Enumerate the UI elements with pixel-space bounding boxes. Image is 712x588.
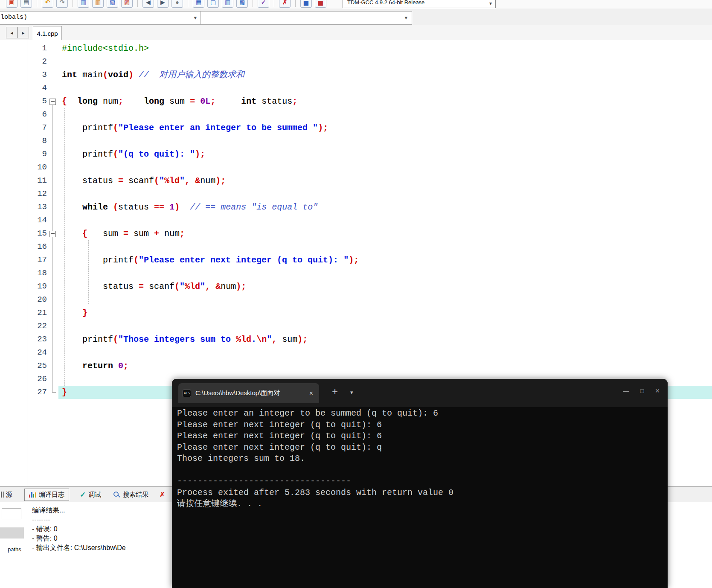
code-line[interactable]: #include<stdio.h>: [62, 42, 712, 55]
code-line[interactable]: [62, 108, 712, 121]
minimize-icon[interactable]: —: [623, 387, 629, 394]
syntax-check-icon[interactable]: [258, 0, 269, 8]
code-line[interactable]: [62, 187, 712, 201]
line-number: 12: [30, 187, 47, 201]
code-line[interactable]: [62, 293, 712, 306]
code-line[interactable]: { sum = sum + num;: [62, 227, 712, 240]
back-icon[interactable]: [142, 0, 154, 8]
undo-icon[interactable]: [42, 0, 53, 8]
maximize-icon[interactable]: □: [640, 387, 644, 394]
console-output[interactable]: Please enter an integer to be summed (q …: [177, 408, 666, 588]
line-number: 23: [30, 333, 47, 346]
line-number: 11: [30, 174, 47, 187]
abort-compile-icon[interactable]: [279, 0, 291, 8]
code-line[interactable]: printf("Please enter an integer to be su…: [62, 121, 712, 134]
code-lines[interactable]: #include<stdio.h>int main(void) // 对用户输入…: [62, 42, 712, 399]
line-number: 27: [30, 386, 47, 399]
window-controls: — □ ✕: [623, 387, 660, 394]
code-line[interactable]: while (status == 1) // == means "is equa…: [62, 201, 712, 214]
code-line[interactable]: return 0;: [62, 359, 712, 373]
code-line[interactable]: [62, 82, 712, 95]
profile-delete-icon[interactable]: [315, 0, 326, 8]
code-line[interactable]: }: [62, 306, 712, 320]
console-titlebar[interactable]: C:\Users\hbw\Desktop\面向对 × + ▾ — □ ✕: [172, 379, 668, 407]
line-number: 1: [30, 42, 47, 55]
close-icon[interactable]: ✕: [655, 387, 660, 394]
code-line[interactable]: [62, 240, 712, 253]
code-line[interactable]: [62, 161, 712, 174]
compiler-profile-select[interactable]: TDM-GCC 4.9.2 64-bit Release ▾: [343, 0, 496, 8]
code-line[interactable]: printf("Those integers sum to %ld.\n", s…: [62, 333, 712, 346]
print-icon[interactable]: [20, 0, 32, 8]
new-tab-icon[interactable]: +: [332, 387, 338, 397]
ide-window: TDM-GCC 4.9.2 64-bit Release ▾ lobals) ▾…: [0, 0, 712, 588]
tab-debug[interactable]: 调试: [75, 489, 106, 501]
side-gray-button[interactable]: [0, 527, 24, 539]
open-icon[interactable]: [6, 0, 17, 8]
chevron-down-icon[interactable]: ▾: [489, 0, 492, 6]
compile-icon[interactable]: [193, 0, 204, 8]
record-icon[interactable]: [171, 0, 183, 8]
tab-resources-label: 源: [6, 491, 12, 499]
code-line[interactable]: status = scanf("%ld", &num);: [62, 280, 712, 293]
redo-icon[interactable]: [56, 0, 68, 8]
code-line[interactable]: [62, 267, 712, 280]
compile-log-icon: [29, 492, 36, 498]
fold-line: [52, 104, 52, 392]
code-line[interactable]: [62, 134, 712, 148]
line-number: 18: [30, 267, 47, 280]
console-window[interactable]: C:\Users\hbw\Desktop\面向对 × + ▾ — □ ✕ Ple…: [172, 379, 668, 588]
console-line: Please enter an integer to be summed (q …: [177, 408, 666, 419]
member-combobox[interactable]: ▾: [201, 11, 412, 25]
fold-toggle-line15[interactable]: [49, 231, 56, 237]
code-line[interactable]: int main(void) // 对用户输入的整数求和: [62, 68, 712, 82]
forward-icon[interactable]: [157, 0, 169, 8]
toolbar-separator: [73, 0, 73, 7]
bookmarks-icon[interactable]: [121, 0, 133, 8]
tab-scroll-right-icon[interactable]: ▸: [17, 27, 29, 38]
find-icon[interactable]: [78, 0, 89, 8]
scope-combobox-value: lobals): [0, 14, 27, 21]
console-line: Those integers sum to 18.: [177, 453, 666, 465]
code-line[interactable]: printf("(q to quit): ");: [62, 148, 712, 161]
line-number: 17: [30, 253, 47, 267]
code-line[interactable]: [62, 346, 712, 359]
toolbar-separator: [274, 0, 274, 7]
console-line: Please enter next integer (q to quit): q: [177, 442, 666, 454]
tab-scroll-left-icon[interactable]: ◂: [6, 27, 17, 38]
tab-resources-partial[interactable]: 源: [1, 491, 12, 499]
fold-end-tick: [52, 392, 56, 393]
line-number: 21: [30, 306, 47, 320]
scope-combobox[interactable]: lobals) ▾: [0, 11, 201, 25]
replace-icon[interactable]: [92, 0, 104, 8]
profile-icon[interactable]: [300, 0, 312, 8]
code-line[interactable]: [62, 320, 712, 333]
line-number: 22: [30, 320, 47, 333]
project-browser-panel[interactable]: [0, 40, 27, 486]
line-number: 13: [30, 201, 47, 214]
tab-compile-log[interactable]: 编译日志: [24, 489, 69, 501]
code-line[interactable]: printf("Please enter next integer (q to …: [62, 253, 712, 267]
gutter-numbers: 1234567891011121314151617181920212223242…: [30, 42, 47, 399]
tab-dropdown-chevron-icon[interactable]: ▾: [350, 389, 353, 396]
line-number: 15: [30, 227, 47, 240]
code-line[interactable]: [62, 55, 712, 68]
console-tab-close-icon[interactable]: ×: [308, 390, 315, 397]
compile-run-icon[interactable]: [222, 0, 233, 8]
run-icon[interactable]: [207, 0, 219, 8]
fold-toggle-line5[interactable]: [49, 99, 56, 105]
line-number: 25: [30, 359, 47, 373]
code-line[interactable]: { long num; long sum = 0L; int status;: [62, 95, 712, 108]
tab-search-results[interactable]: 搜索结果: [108, 489, 153, 501]
code-line[interactable]: status = scanf("%ld", &num);: [62, 174, 712, 187]
goto-icon[interactable]: [107, 0, 118, 8]
code-line[interactable]: [62, 214, 712, 227]
chevron-down-icon[interactable]: ▾: [404, 15, 407, 21]
tab-close-log[interactable]: [155, 489, 170, 501]
rebuild-icon[interactable]: [236, 0, 248, 8]
tab-4-1-cpp[interactable]: 4.1.cpp: [33, 26, 62, 40]
chevron-down-icon[interactable]: ▾: [194, 15, 197, 21]
tab-scroll-buttons: ◂ ▸: [6, 27, 29, 38]
console-tab[interactable]: C:\Users\hbw\Desktop\面向对 ×: [178, 383, 319, 403]
toolbar-separator: [253, 0, 253, 7]
